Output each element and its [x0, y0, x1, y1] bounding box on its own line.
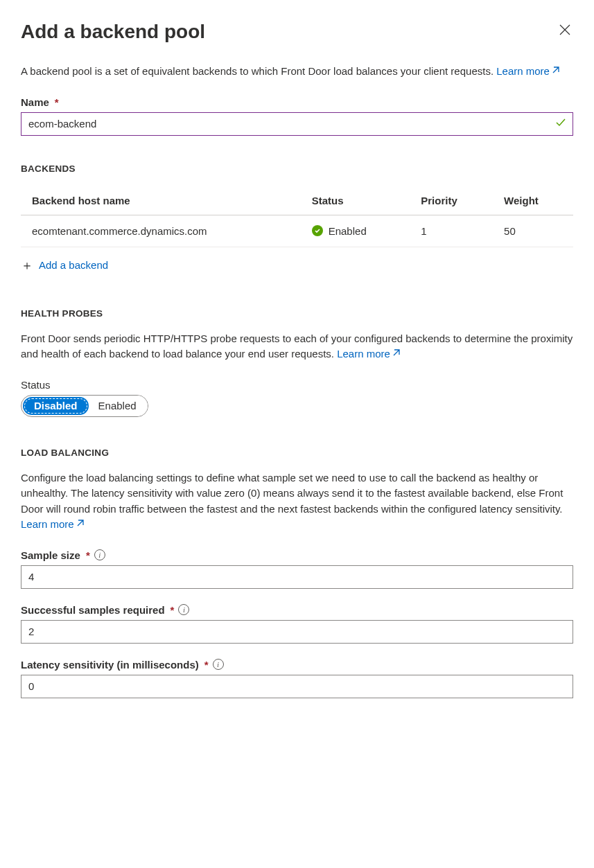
add-backend-label: Add a backend	[39, 259, 108, 271]
external-link-icon	[392, 346, 401, 362]
successful-samples-input[interactable]	[21, 620, 573, 644]
sample-size-label: Sample size* i	[21, 549, 573, 561]
learn-more-link-intro[interactable]: Learn more	[496, 65, 560, 77]
intro-text: A backend pool is a set of equivalent ba…	[21, 64, 573, 80]
toggle-enabled-option[interactable]: Enabled	[90, 396, 148, 416]
load-balancing-text: Configure the load balancing settings to…	[21, 472, 563, 515]
cell-host: ecomtenant.commerce.dynamics.com	[21, 215, 301, 247]
info-icon[interactable]: i	[94, 549, 105, 560]
external-link-icon	[76, 517, 85, 533]
health-probes-description: Front Door sends periodic HTTP/HTTPS pro…	[21, 331, 573, 362]
backends-heading: BACKENDS	[21, 163, 573, 174]
required-asterisk: *	[171, 604, 175, 616]
col-priority[interactable]: Priority	[410, 186, 493, 215]
page-title: Add a backend pool	[21, 21, 205, 43]
health-probes-text: Front Door sends periodic HTTP/HTTPS pro…	[21, 333, 573, 360]
name-input[interactable]	[21, 112, 573, 136]
latency-label: Latency sensitivity (in milliseconds)* i	[21, 659, 573, 671]
cell-status: Enabled	[301, 215, 410, 247]
latency-label-text: Latency sensitivity (in milliseconds)	[21, 659, 199, 671]
cell-priority: 1	[410, 215, 493, 247]
learn-more-label: Learn more	[496, 65, 550, 77]
table-row[interactable]: ecomtenant.commerce.dynamics.com Enabled…	[21, 215, 573, 247]
col-status[interactable]: Status	[301, 186, 410, 215]
external-link-icon	[551, 64, 560, 80]
required-asterisk: *	[204, 659, 209, 671]
cell-status-text: Enabled	[329, 225, 367, 237]
sample-size-input[interactable]	[21, 565, 573, 589]
learn-more-label-health: Learn more	[337, 348, 390, 360]
learn-more-label-lb: Learn more	[21, 518, 74, 530]
learn-more-link-health[interactable]: Learn more	[337, 348, 401, 360]
load-balancing-heading: LOAD BALANCING	[21, 448, 573, 458]
close-icon	[559, 24, 570, 35]
info-icon[interactable]: i	[213, 659, 224, 670]
health-probes-heading: HEALTH PROBES	[21, 308, 573, 319]
toggle-disabled-option[interactable]: Disabled	[23, 397, 89, 415]
validation-check-icon	[555, 117, 566, 131]
backends-table: Backend host name Status Priority Weight…	[21, 186, 573, 247]
status-toggle-label: Status	[21, 379, 573, 391]
status-enabled-icon	[312, 225, 323, 236]
successful-samples-label-text: Successful samples required	[21, 604, 165, 616]
cell-weight: 50	[493, 215, 573, 247]
successful-samples-label: Successful samples required* i	[21, 604, 573, 616]
required-asterisk: *	[86, 549, 90, 561]
load-balancing-description: Configure the load balancing settings to…	[21, 470, 573, 533]
name-label-text: Name	[21, 96, 49, 108]
status-toggle[interactable]: Disabled Enabled	[21, 395, 148, 417]
intro-text-content: A backend pool is a set of equivalent ba…	[21, 65, 496, 77]
name-field-label: Name*	[21, 96, 573, 108]
close-button[interactable]	[557, 21, 573, 40]
col-weight[interactable]: Weight	[493, 186, 573, 215]
col-host[interactable]: Backend host name	[21, 186, 301, 215]
add-backend-button[interactable]: ＋ Add a backend	[21, 257, 573, 274]
learn-more-link-lb[interactable]: Learn more	[21, 518, 85, 530]
sample-size-label-text: Sample size	[21, 549, 80, 561]
plus-icon: ＋	[21, 257, 33, 274]
latency-input[interactable]	[21, 675, 573, 698]
required-asterisk: *	[55, 96, 59, 108]
info-icon[interactable]: i	[178, 604, 189, 615]
table-header-row: Backend host name Status Priority Weight	[21, 186, 573, 215]
